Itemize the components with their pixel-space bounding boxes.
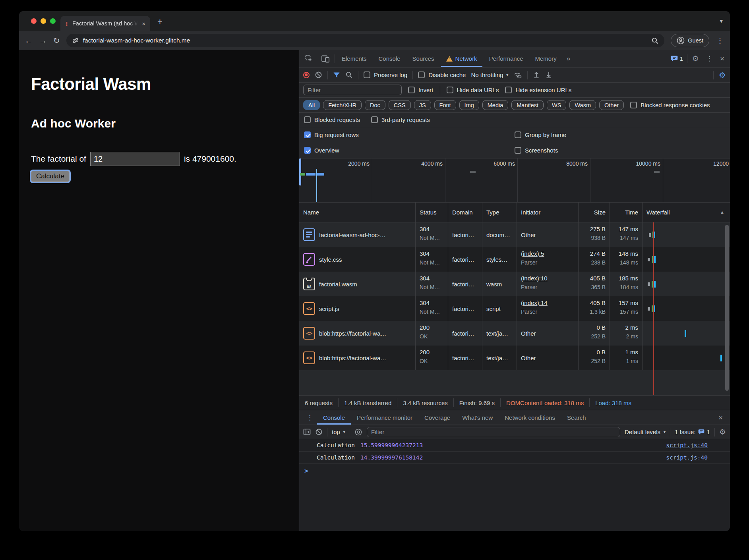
close-window-button[interactable] <box>31 18 37 24</box>
network-settings-gear-icon[interactable]: ⚙ <box>719 71 726 79</box>
chip-img[interactable]: Img <box>459 100 479 110</box>
drawer-tab-search[interactable]: Search <box>561 410 592 425</box>
tab-close-icon[interactable]: × <box>141 21 146 27</box>
column-domain[interactable]: Domain <box>448 203 482 222</box>
big-request-rows-checkbox[interactable]: Big request rows <box>304 131 359 138</box>
profile-button[interactable]: Guest <box>671 34 709 47</box>
console-filter-input[interactable] <box>367 427 620 437</box>
blocked-response-cookies-checkbox[interactable]: Blocked response cookies <box>630 102 710 108</box>
devtools-close-icon[interactable]: × <box>717 55 728 62</box>
third-party-requests-checkbox[interactable]: 3rd-party requests <box>371 116 430 123</box>
device-toolbar-icon[interactable] <box>318 55 333 63</box>
clear-console-icon[interactable] <box>315 428 323 436</box>
drawer-tab-whats-new[interactable]: What's new <box>456 410 499 425</box>
drawer-tab-performance-monitor[interactable]: Performance monitor <box>351 410 418 425</box>
inspect-element-icon[interactable] <box>302 54 316 63</box>
initiator-link[interactable]: (index):14 <box>521 299 578 306</box>
tab-console[interactable]: Console <box>374 50 406 67</box>
table-row[interactable]: WA factorial.wasm 304Not M… factori… was… <box>299 272 730 296</box>
tab-search-chevron-icon[interactable]: ▾ <box>720 18 723 24</box>
chip-media[interactable]: Media <box>482 100 509 110</box>
chip-all[interactable]: All <box>303 100 320 110</box>
issues-counter[interactable]: 1 <box>668 55 685 62</box>
browser-menu-icon[interactable]: ⋮ <box>716 37 724 44</box>
site-settings-icon[interactable] <box>72 37 79 44</box>
execution-context-select[interactable]: top ▾ <box>332 429 345 435</box>
issues-link[interactable]: 1 Issue: 1 <box>675 429 710 435</box>
live-expression-eye-icon[interactable] <box>354 428 362 436</box>
chip-fetch-xhr[interactable]: Fetch/XHR <box>323 100 362 110</box>
search-network-icon[interactable] <box>345 71 353 79</box>
chip-manifest[interactable]: Manifest <box>511 100 544 110</box>
timeline-scrub-handle[interactable] <box>299 158 301 185</box>
reload-icon[interactable]: ↻ <box>53 37 60 44</box>
drawer-menu-icon[interactable]: ⋮ <box>302 414 317 421</box>
message-source-link[interactable]: script.js:40 <box>666 442 708 448</box>
drawer-tab-coverage[interactable]: Coverage <box>418 410 456 425</box>
tab-sources[interactable]: Sources <box>407 50 439 67</box>
drawer-tab-network-conditions[interactable]: Network conditions <box>499 410 561 425</box>
tab-elements[interactable]: Elements <box>337 50 372 67</box>
column-name[interactable]: Name <box>299 203 416 222</box>
column-status[interactable]: Status <box>416 203 448 222</box>
screenshots-checkbox[interactable]: Screenshots <box>515 147 558 154</box>
initiator-link[interactable]: (index):10 <box>521 275 578 282</box>
export-har-icon[interactable] <box>545 71 552 79</box>
column-initiator[interactable]: Initiator <box>517 203 579 222</box>
table-row[interactable]: factorial-wasm-ad-hoc-… 304Not M… factor… <box>299 222 730 247</box>
address-bar[interactable]: factorial-wasm-ad-hoc-worker.glitch.me <box>66 34 665 47</box>
browser-tab[interactable]: ! Factorial Wasm (ad hoc Work × <box>60 16 150 31</box>
new-tab-button[interactable]: + <box>157 17 163 26</box>
table-row[interactable]: <> blob:https://factorial-wa… 200OK fact… <box>299 321 730 346</box>
table-row[interactable]: style.css 304Not M… factori… styles… (in… <box>299 247 730 272</box>
minimize-window-button[interactable] <box>41 18 46 24</box>
chip-doc[interactable]: Doc <box>365 100 385 110</box>
chip-font[interactable]: Font <box>434 100 456 110</box>
tab-network[interactable]: Network <box>441 50 482 67</box>
drawer-close-icon[interactable]: × <box>714 414 727 421</box>
console-sidebar-icon[interactable] <box>303 429 311 435</box>
column-waterfall[interactable]: Waterfall ▲ <box>643 203 730 222</box>
console-settings-gear-icon[interactable]: ⚙ <box>719 428 726 436</box>
back-icon[interactable]: ← <box>25 37 33 44</box>
filter-funnel-icon[interactable] <box>333 72 340 78</box>
devtools-menu-icon[interactable]: ⋮ <box>704 55 715 62</box>
column-time[interactable]: Time <box>610 203 643 222</box>
message-source-link[interactable]: script.js:40 <box>666 454 708 461</box>
calculate-button[interactable]: Calculate <box>31 171 70 182</box>
tab-performance[interactable]: Performance <box>484 50 528 67</box>
tab-memory[interactable]: Memory <box>530 50 562 67</box>
record-network-log-icon[interactable] <box>303 72 310 78</box>
disable-cache-checkbox[interactable]: Disable cache <box>418 71 466 78</box>
search-icon[interactable] <box>651 37 659 44</box>
blocked-requests-checkbox[interactable]: Blocked requests <box>304 116 360 123</box>
more-tabs-icon[interactable]: » <box>563 55 573 62</box>
invert-checkbox[interactable]: Invert <box>408 87 434 93</box>
overview-checkbox[interactable]: Overview <box>304 147 339 154</box>
group-by-frame-checkbox[interactable]: Group by frame <box>515 131 566 138</box>
initiator-link[interactable]: (index):5 <box>521 250 578 257</box>
network-conditions-icon[interactable] <box>513 71 522 79</box>
factorial-input[interactable] <box>90 152 180 166</box>
hide-extension-urls-checkbox[interactable]: Hide extension URLs <box>505 87 571 93</box>
fullscreen-window-button[interactable] <box>50 18 56 24</box>
hide-data-urls-checkbox[interactable]: Hide data URLs <box>447 87 499 93</box>
drawer-tab-console[interactable]: Console <box>317 410 351 425</box>
chip-wasm[interactable]: Wasm <box>569 100 596 110</box>
column-type[interactable]: Type <box>482 203 517 222</box>
settings-gear-icon[interactable]: ⚙ <box>689 55 702 62</box>
preserve-log-checkbox[interactable]: Preserve log <box>364 71 407 78</box>
throttling-select[interactable]: No throttling ▾ <box>471 71 508 78</box>
table-row[interactable]: <> script.js 304Not M… factori… script (… <box>299 296 730 321</box>
log-levels-select[interactable]: Default levels ▾ <box>625 429 666 435</box>
column-size[interactable]: Size <box>579 203 610 222</box>
import-har-icon[interactable] <box>533 71 540 79</box>
chip-other[interactable]: Other <box>599 100 624 110</box>
network-filter-input[interactable] <box>303 85 402 95</box>
table-scrollbar[interactable] <box>725 225 729 391</box>
network-overview-timeline[interactable]: 2000 ms 4000 ms 6000 ms 8000 ms 10000 ms… <box>299 158 730 203</box>
forward-icon[interactable]: → <box>39 37 47 44</box>
chip-css[interactable]: CSS <box>389 100 411 110</box>
console-prompt[interactable]: > <box>299 464 730 477</box>
clear-network-log-icon[interactable] <box>315 71 322 79</box>
